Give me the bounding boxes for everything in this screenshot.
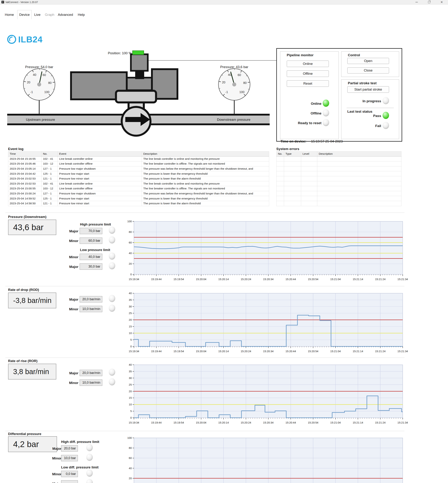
ror-major-input[interactable]: 20,0 bar/min — [80, 370, 102, 376]
diff-high-major-input[interactable]: 20,0 bar — [61, 445, 78, 451]
event-row[interactable]: 2023-25-04 15:05:14127 - 1Pressure low m… — [8, 166, 269, 171]
svg-text:30: 30 — [129, 305, 132, 308]
svg-text:40: 40 — [129, 363, 132, 366]
section-divider — [5, 286, 405, 286]
system-error-row — [277, 186, 401, 191]
online-button[interactable]: Online — [287, 61, 329, 67]
section-divider — [5, 357, 405, 358]
svg-text:15:19:54: 15:19:54 — [174, 278, 184, 281]
system-errors-header: No.Type LevelDescription — [277, 151, 401, 157]
svg-text:15:21:34: 15:21:34 — [398, 278, 408, 281]
system-errors-table[interactable]: No.Type LevelDescription — [276, 151, 401, 206]
pressure-high-minor-row: Minor 60,0 bar — [63, 238, 119, 245]
event-row[interactable]: 2023-25-04 14:58:50121 - 1Pressure low m… — [8, 201, 269, 206]
in-progress-led-label: In progress — [352, 99, 381, 103]
pressure-low-major-input[interactable]: 30,0 bar — [80, 263, 102, 270]
event-row[interactable]: 2023-25-04 15:04:42125 - 1Pressure low m… — [8, 171, 269, 176]
svg-text:15:20:44: 15:20:44 — [286, 350, 296, 353]
svg-text:15:21:34: 15:21:34 — [398, 350, 408, 353]
control-title: Control — [348, 53, 360, 57]
limit-label: Major — [63, 298, 78, 301]
svg-text:30: 30 — [129, 376, 132, 380]
event-row[interactable]: 2023-25-04 15:00:24127 - 1Pressure low m… — [8, 191, 269, 196]
position-indicator-green — [133, 51, 144, 55]
close-valve-button[interactable]: Close — [347, 67, 389, 73]
downstream-gauge: 20406080100-1 — [217, 67, 251, 102]
svg-text:15:19:34: 15:19:34 — [129, 350, 139, 353]
pressure-high-minor-led — [109, 236, 115, 244]
event-log-title: Event log — [8, 147, 24, 151]
svg-text:80: 80 — [129, 446, 132, 449]
downstream-pipe-label: Downstream pressure — [208, 118, 259, 122]
svg-text:10: 10 — [129, 332, 132, 335]
event-row[interactable]: 2023-25-04 15:02:53102 - 41Line break co… — [8, 181, 269, 186]
svg-text:20: 20 — [222, 81, 225, 84]
tab-advanced[interactable]: Advanced — [57, 11, 74, 19]
upstream-gauge-stem — [39, 100, 40, 114]
diff-low-minor-row: Minor 0,0 bar — [46, 471, 102, 478]
system-errors-title: System errors — [276, 147, 299, 151]
valve-flange — [116, 91, 156, 103]
minimize-button[interactable] — [412, 0, 421, 4]
svg-text:0: 0 — [130, 273, 132, 276]
svg-text:15:19:54: 15:19:54 — [174, 350, 184, 353]
tab-home[interactable]: Home — [2, 11, 16, 19]
rod-major-input[interactable]: 20,0 bar/min — [80, 296, 102, 302]
time-on-device-value: 15:19:57 25-04-2023 — [311, 139, 343, 143]
ror-minor-led — [109, 378, 115, 385]
diff-high-major-led — [86, 444, 93, 451]
restore-button[interactable] — [425, 0, 433, 4]
event-row[interactable]: 2023-25-04 14:59:52125 - 1Pressure low m… — [8, 196, 269, 201]
partial-stroke-title: Partial stroke test — [348, 81, 376, 85]
event-log-table[interactable]: TimeNo. EventDescription 2023-25-04 15:1… — [8, 151, 269, 206]
svg-text:80: 80 — [129, 230, 132, 233]
svg-text:15:19:34: 15:19:34 — [129, 421, 139, 424]
low-pressure-limit-title: Low pressure limit — [80, 248, 110, 252]
pressure-low-minor-input[interactable]: 40,0 bar — [80, 254, 102, 260]
close-button[interactable]: × — [438, 0, 446, 4]
device-name: ILB24 — [18, 34, 43, 44]
svg-text:20: 20 — [129, 262, 132, 265]
svg-text:5: 5 — [130, 410, 132, 412]
svg-text:60: 60 — [129, 241, 132, 244]
pressure-high-minor-input[interactable]: 60,0 bar — [80, 238, 102, 244]
svg-text:20: 20 — [27, 81, 30, 84]
diff-low-minor-input[interactable]: 0,0 bar — [61, 471, 78, 477]
tab-graph[interactable]: Graph — [43, 11, 56, 19]
tab-device[interactable]: Device — [17, 10, 32, 19]
diff-high-major-row: Major 20,0 bar — [46, 445, 102, 453]
svg-text:15:20:34: 15:20:34 — [263, 350, 273, 353]
ror-minor-row: Minor 10,0 bar/min — [63, 380, 119, 387]
svg-text:0: 0 — [130, 416, 132, 419]
rod-section-title: Rate of drop (ROD) — [8, 288, 39, 292]
app-icon: V — [1, 1, 4, 3]
event-row[interactable]: 2023-25-04 15:00:55103 - 12Line break co… — [8, 186, 269, 191]
pressure-high-major-input[interactable]: 70,0 bar — [80, 228, 102, 234]
svg-text:15:21:24: 15:21:24 — [375, 421, 385, 424]
event-row[interactable]: 2023-25-04 15:05:46103 - 12Line break co… — [8, 161, 269, 166]
diff-high-minor-input[interactable]: 10,0 bar — [61, 455, 78, 461]
svg-text:15:20:34: 15:20:34 — [263, 421, 273, 424]
offline-button[interactable]: Offline — [287, 71, 329, 77]
limit-label: Major — [46, 447, 62, 451]
restore-icon — [428, 1, 430, 3]
tab-help[interactable]: Help — [76, 11, 86, 19]
tab-live[interactable]: Live — [32, 11, 42, 19]
high-pressure-limit-title: High pressure limit — [80, 222, 111, 226]
system-error-row — [277, 156, 401, 161]
svg-text:15:20:54: 15:20:54 — [308, 278, 318, 281]
open-button[interactable]: Open — [347, 58, 389, 64]
svg-text:15:20:14: 15:20:14 — [218, 278, 229, 281]
start-partial-stroke-button[interactable]: Start partial stroke — [347, 86, 389, 93]
svg-text:40: 40 — [129, 467, 132, 470]
event-row[interactable]: 2023-25-04 15:16:55102 - 41Line break co… — [8, 156, 269, 161]
svg-text:15:21:14: 15:21:14 — [353, 350, 363, 353]
reset-button[interactable]: Reset — [287, 80, 329, 87]
diff-low-major-input[interactable] — [61, 480, 78, 483]
svg-text:-1: -1 — [30, 90, 33, 94]
svg-text:20: 20 — [129, 477, 132, 480]
event-row[interactable]: 2023-25-04 15:02:53121 - 1Pressure low m… — [8, 176, 269, 181]
pipeline-monitor-title: Pipeline monitor — [287, 53, 313, 57]
rod-minor-input[interactable]: 10,0 bar/min — [80, 306, 102, 312]
ror-minor-input[interactable]: 10,0 bar/min — [80, 380, 102, 386]
